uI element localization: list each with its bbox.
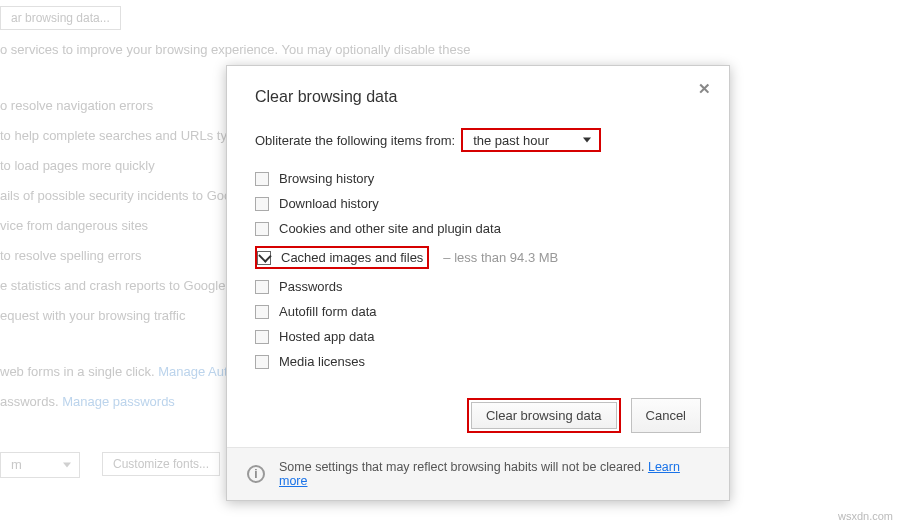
clear-browsing-data-button[interactable]: Clear browsing data: [471, 402, 617, 429]
option-label: Cookies and other site and plugin data: [279, 221, 501, 236]
option-download-history[interactable]: Download history: [255, 191, 701, 216]
cached-size: – less than 94.3 MB: [443, 250, 558, 265]
option-hosted-app[interactable]: Hosted app data: [255, 324, 701, 349]
footer-text: Some settings that may reflect browsing …: [279, 460, 709, 488]
checkbox[interactable]: [255, 330, 269, 344]
checkbox[interactable]: [255, 172, 269, 186]
bg-text: web forms in a single click. Manage Auto…: [0, 364, 244, 379]
option-browsing-history[interactable]: Browsing history: [255, 166, 701, 191]
option-label: Autofill form data: [279, 304, 377, 319]
option-label: Browsing history: [279, 171, 374, 186]
chevron-down-icon: [583, 138, 591, 143]
option-cookies[interactable]: Cookies and other site and plugin data: [255, 216, 701, 241]
checkbox[interactable]: [255, 280, 269, 294]
bg-text: equest with your browsing traffic: [0, 308, 185, 323]
option-passwords[interactable]: Passwords: [255, 274, 701, 299]
bg-text: to load pages more quickly: [0, 158, 155, 173]
dialog-footer: i Some settings that may reflect browsin…: [227, 447, 729, 500]
dialog-title: Clear browsing data: [255, 88, 701, 106]
checkbox-checked[interactable]: [257, 251, 271, 265]
option-media-licenses[interactable]: Media licenses: [255, 349, 701, 374]
time-range-select[interactable]: the past hour: [461, 128, 601, 152]
info-icon: i: [247, 465, 265, 483]
bg-text: asswords. Manage passwords: [0, 394, 175, 409]
cancel-button[interactable]: Cancel: [631, 398, 701, 433]
bg-text: e statistics and crash reports to Google: [0, 278, 225, 293]
option-label: Hosted app data: [279, 329, 374, 344]
checkbox[interactable]: [255, 355, 269, 369]
bg-customize-fonts: Customize fonts...: [102, 452, 220, 476]
checkbox[interactable]: [255, 305, 269, 319]
time-range-value: the past hour: [473, 133, 549, 148]
close-icon[interactable]: ✕: [698, 80, 711, 98]
option-autofill[interactable]: Autofill form data: [255, 299, 701, 324]
option-cached-images-highlight[interactable]: Cached images and files: [255, 246, 429, 269]
bg-select: m: [0, 452, 80, 478]
bg-clear-button: ar browsing data...: [0, 6, 121, 30]
clear-browsing-data-dialog: APPUALSTECH HOW-TO'S FROM THE EXPERTS ✕ …: [226, 65, 730, 501]
clear-button-highlight: Clear browsing data: [467, 398, 621, 433]
bg-text: vice from dangerous sites: [0, 218, 148, 233]
checkbox[interactable]: [255, 222, 269, 236]
bg-text: to help complete searches and URLs typed: [0, 128, 249, 143]
option-label: Cached images and files: [281, 250, 423, 265]
obliterate-label: Obliterate the following items from:: [255, 133, 455, 148]
bg-text: o services to improve your browsing expe…: [0, 42, 470, 57]
bg-text: ails of possible security incidents to G…: [0, 188, 249, 203]
attribution: wsxdn.com: [838, 510, 893, 522]
checkbox[interactable]: [255, 197, 269, 211]
bg-text: o resolve navigation errors: [0, 98, 153, 113]
bg-text: to resolve spelling errors: [0, 248, 142, 263]
option-label: Download history: [279, 196, 379, 211]
option-label: Passwords: [279, 279, 343, 294]
option-label: Media licenses: [279, 354, 365, 369]
